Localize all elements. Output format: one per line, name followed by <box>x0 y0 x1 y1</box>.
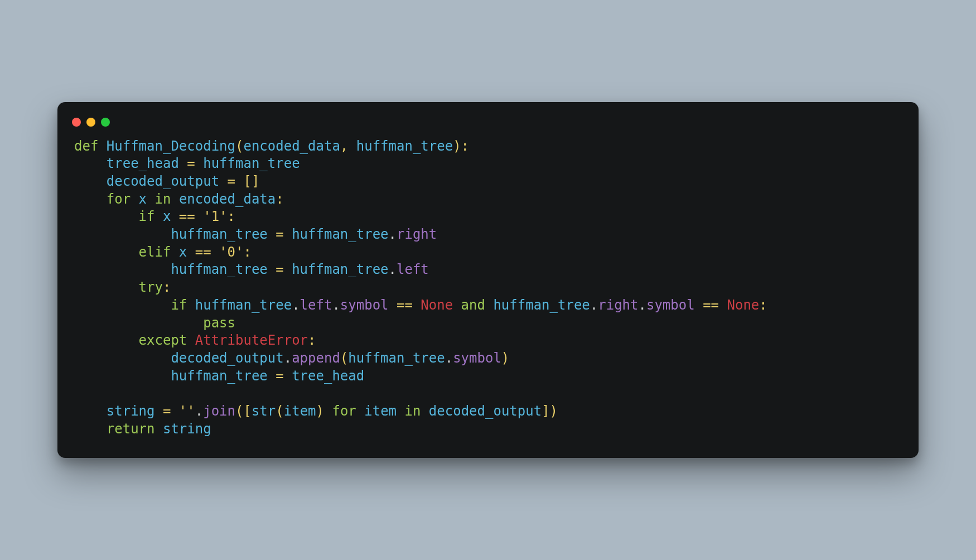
code-block: def Huffman_Decoding(encoded_data, huffm… <box>57 138 919 438</box>
keyword-try: try <box>139 279 163 295</box>
traffic-light-minimize-icon[interactable] <box>86 118 95 127</box>
none-literal: None <box>727 297 759 313</box>
traffic-light-zoom-icon[interactable] <box>101 118 110 127</box>
exception-name: AttributeError <box>195 332 308 348</box>
code-window: def Huffman_Decoding(encoded_data, huffm… <box>57 102 919 458</box>
traffic-light-close-icon[interactable] <box>72 118 81 127</box>
none-literal: None <box>421 297 453 313</box>
attr-join: join <box>203 403 235 419</box>
keyword-for: for <box>107 191 131 207</box>
keyword-elif: elif <box>139 244 171 260</box>
keyword-and: and <box>461 297 485 313</box>
keyword-def: def <box>74 138 98 154</box>
keyword-pass: pass <box>203 315 235 331</box>
param-2: huffman_tree <box>356 138 453 154</box>
window-titlebar <box>57 115 919 138</box>
attr-left: left <box>397 262 429 277</box>
attr-right: right <box>397 226 437 242</box>
keyword-return: return <box>107 421 155 437</box>
keyword-if: if <box>139 209 155 224</box>
attr-append: append <box>292 350 340 366</box>
string-literal: '1' <box>203 209 227 224</box>
keyword-except: except <box>139 332 187 348</box>
keyword-in: in <box>155 191 171 207</box>
function-name: Huffman_Decoding <box>107 138 235 154</box>
str-fn: str <box>252 403 276 419</box>
string-literal: '0' <box>219 244 243 260</box>
param-1: encoded_data <box>243 138 340 154</box>
